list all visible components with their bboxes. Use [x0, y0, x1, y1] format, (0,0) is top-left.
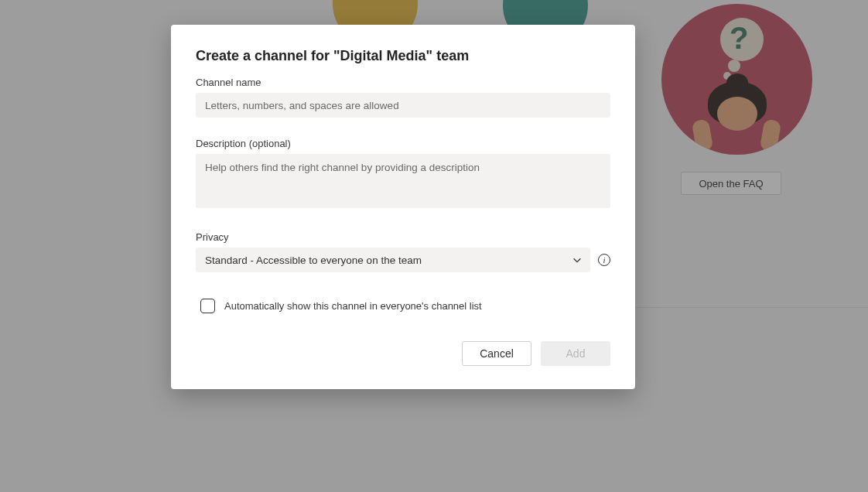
add-button: Add	[541, 341, 610, 366]
channel-name-label: Channel name	[196, 77, 610, 88]
channel-name-input[interactable]	[196, 93, 610, 118]
add-button-label: Add	[566, 347, 586, 360]
auto-show-row: Automatically show this channel in every…	[200, 299, 610, 313]
dialog-footer: Cancel Add	[196, 341, 610, 366]
description-input[interactable]	[196, 154, 610, 208]
privacy-label: Privacy	[196, 231, 610, 243]
dialog-title: Create a channel for "Digital Media" tea…	[196, 48, 610, 64]
auto-show-label: Automatically show this channel in every…	[224, 300, 482, 312]
create-channel-dialog: Create a channel for "Digital Media" tea…	[171, 25, 635, 389]
auto-show-checkbox[interactable]	[200, 299, 215, 313]
cancel-button[interactable]: Cancel	[462, 341, 531, 366]
channel-name-field: Channel name	[196, 77, 610, 118]
privacy-field: Privacy Standard - Accessible to everyon…	[196, 231, 610, 272]
description-field: Description (optional)	[196, 138, 610, 211]
privacy-select[interactable]: Standard - Accessible to everyone on the…	[196, 248, 590, 272]
chevron-down-icon	[572, 255, 583, 265]
cancel-button-label: Cancel	[480, 347, 514, 360]
privacy-selected-value: Standard - Accessible to everyone on the…	[205, 255, 422, 266]
description-label: Description (optional)	[196, 138, 610, 149]
info-icon[interactable]: i	[598, 254, 610, 266]
